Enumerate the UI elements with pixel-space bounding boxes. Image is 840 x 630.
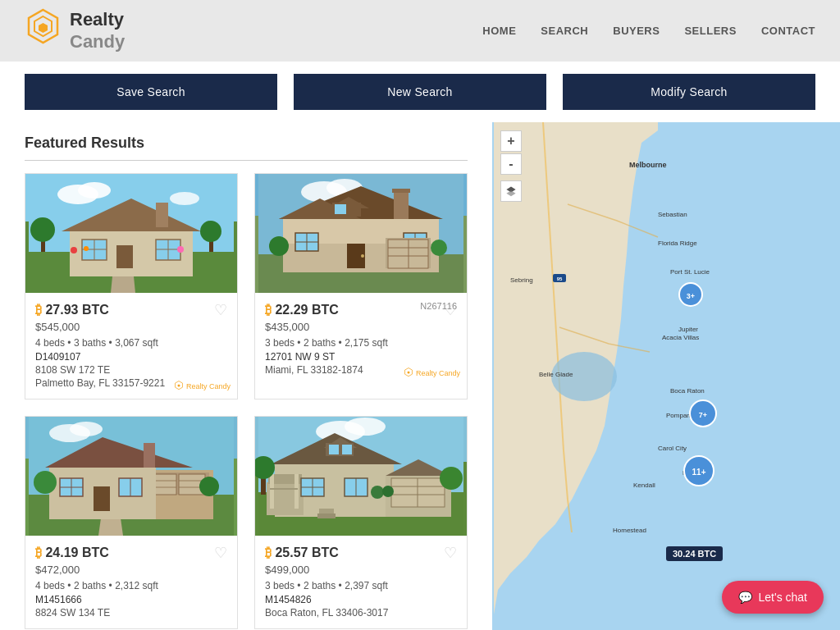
svg-point-23 — [71, 247, 77, 253]
svg-text:95: 95 — [557, 276, 563, 281]
save-search-button[interactable]: Save Search — [25, 74, 277, 110]
svg-text:7+: 7+ — [699, 411, 707, 419]
svg-text:Jupiter: Jupiter — [678, 326, 698, 333]
property-image-3 — [25, 417, 237, 536]
results-panel: Featured Results — [0, 122, 492, 630]
logo[interactable]: Realty Candy — [25, 8, 125, 53]
svg-text:Acacia Villas: Acacia Villas — [662, 334, 699, 341]
nav-sellers[interactable]: SELLERS — [684, 25, 736, 37]
btc-symbol: ₿ — [265, 303, 272, 317]
svg-rect-90 — [294, 474, 299, 509]
nav-home[interactable]: HOME — [482, 25, 516, 37]
svg-rect-38 — [335, 204, 346, 214]
property-card: ₿ 27.93 BTC ♡ $545,000 4 beds • 3 baths … — [25, 173, 238, 399]
property-info-4: ₿ 25.57 BTC ♡ $499,000 3 beds • 2 baths … — [255, 536, 467, 628]
svg-point-22 — [200, 221, 221, 242]
watermark-2: Realty Candy — [404, 368, 460, 379]
svg-text:11+: 11+ — [692, 468, 706, 477]
property-id-2: 12701 NW 9 ST — [265, 351, 457, 363]
chat-button[interactable]: 💬 Let's chat — [722, 581, 824, 614]
property-id-4: M1454826 — [265, 594, 457, 605]
zoom-in-button[interactable]: + — [500, 130, 522, 152]
svg-point-48 — [361, 254, 364, 258]
property-details-2: 3 beds • 2 baths • 2,175 sqft — [265, 337, 457, 349]
btc-symbol: ₿ — [265, 546, 272, 559]
svg-rect-40 — [392, 189, 410, 193]
property-card: ₿ 25.57 BTC ♡ $499,000 3 beds • 2 baths … — [254, 416, 468, 629]
property-id-1: D1409107 — [35, 351, 227, 363]
property-image-1 — [25, 174, 237, 293]
header: Realty Candy HOME SEARCH BUYERS SELLERS … — [0, 0, 840, 62]
property-info-3: ₿ 24.19 BTC ♡ $472,000 4 beds • 2 baths … — [25, 536, 237, 628]
property-info-2: ₿ 22.29 BTC ♡ $435,000 3 beds • 2 baths … — [255, 293, 467, 386]
action-bar: Save Search New Search Modify Search — [0, 62, 840, 122]
property-details-4: 3 beds • 2 baths • 2,397 sqft — [265, 580, 457, 591]
favorite-button-1[interactable]: ♡ — [214, 301, 227, 319]
price-marker: 30.24 BTC — [666, 546, 723, 561]
svg-rect-11 — [156, 203, 168, 227]
svg-point-84 — [345, 418, 386, 436]
price-usd-4: $499,000 — [265, 564, 457, 576]
divider — [25, 160, 468, 161]
property-grid: ₿ 27.93 BTC ♡ $545,000 4 beds • 3 baths … — [25, 173, 468, 629]
svg-marker-57 — [408, 372, 410, 374]
svg-text:Boca Raton: Boca Raton — [670, 387, 705, 395]
property-address-4: Boca Raton, FL 33406-3017 — [265, 607, 457, 619]
svg-rect-18 — [116, 245, 133, 268]
zoom-out-button[interactable]: - — [500, 153, 522, 175]
svg-point-24 — [84, 246, 89, 251]
nav-search[interactable]: SEARCH — [541, 25, 588, 37]
price-usd-3: $472,000 — [35, 564, 227, 576]
price-usd-1: $545,000 — [35, 321, 227, 333]
svg-marker-140 — [506, 190, 515, 196]
price-usd-2: $435,000 — [265, 321, 457, 333]
svg-rect-39 — [394, 190, 409, 219]
svg-point-80 — [34, 471, 57, 494]
svg-point-112 — [440, 467, 463, 490]
layer-button[interactable] — [500, 180, 522, 202]
svg-text:Florida Ridge: Florida Ridge — [658, 240, 697, 247]
map-controls: + - — [500, 130, 522, 202]
property-image-2 — [255, 174, 467, 293]
svg-point-55 — [431, 240, 447, 256]
svg-point-113 — [371, 486, 384, 499]
svg-point-6 — [170, 192, 199, 205]
chat-icon: 💬 — [738, 591, 752, 604]
property-image-4 — [255, 417, 467, 536]
svg-marker-2 — [39, 23, 48, 33]
watermark-1: Realty Candy — [174, 381, 231, 392]
svg-text:Sebastian: Sebastian — [658, 211, 687, 218]
property-details-3: 4 beds • 2 baths • 2,312 sqft — [35, 580, 227, 591]
logo-icon — [25, 8, 62, 53]
svg-text:Kendall: Kendall — [633, 482, 655, 489]
main-layout: Featured Results — [0, 122, 840, 630]
property-address-1: 8108 SW 172 TE — [35, 364, 227, 376]
favorite-button-4[interactable]: ♡ — [444, 544, 457, 562]
property-card: ₿ 24.19 BTC ♡ $472,000 4 beds • 2 baths … — [25, 416, 238, 629]
svg-rect-108 — [319, 509, 334, 514]
svg-point-60 — [70, 422, 103, 436]
svg-point-114 — [382, 486, 394, 497]
svg-rect-89 — [270, 474, 274, 509]
svg-text:Melbourne: Melbourne — [629, 161, 667, 169]
svg-point-54 — [269, 236, 289, 256]
svg-point-25 — [177, 246, 184, 253]
property-address-3: 8824 SW 134 TE — [35, 607, 227, 619]
nav-buyers[interactable]: BUYERS — [613, 25, 660, 37]
property-details-1: 4 beds • 3 baths • 3,067 sqft — [35, 337, 227, 349]
svg-text:Port St. Lucie: Port St. Lucie — [670, 268, 710, 276]
btc-symbol: ₿ — [35, 303, 42, 317]
svg-rect-109 — [317, 514, 336, 518]
svg-point-81 — [199, 477, 219, 496]
svg-text:Carol City: Carol City — [658, 445, 687, 452]
svg-marker-27 — [178, 385, 180, 387]
svg-point-20 — [30, 217, 55, 242]
btc-symbol: ₿ — [35, 546, 42, 559]
property-card: ₿ 22.29 BTC ♡ $435,000 3 beds • 2 baths … — [254, 173, 468, 399]
new-search-button[interactable]: New Search — [294, 74, 546, 110]
favorite-button-3[interactable]: ♡ — [214, 544, 227, 562]
svg-rect-102 — [342, 445, 352, 454]
modify-search-button[interactable]: Modify Search — [563, 74, 815, 110]
property-id-3: M1451666 — [35, 594, 227, 605]
nav-contact[interactable]: CONTACT — [761, 25, 815, 37]
